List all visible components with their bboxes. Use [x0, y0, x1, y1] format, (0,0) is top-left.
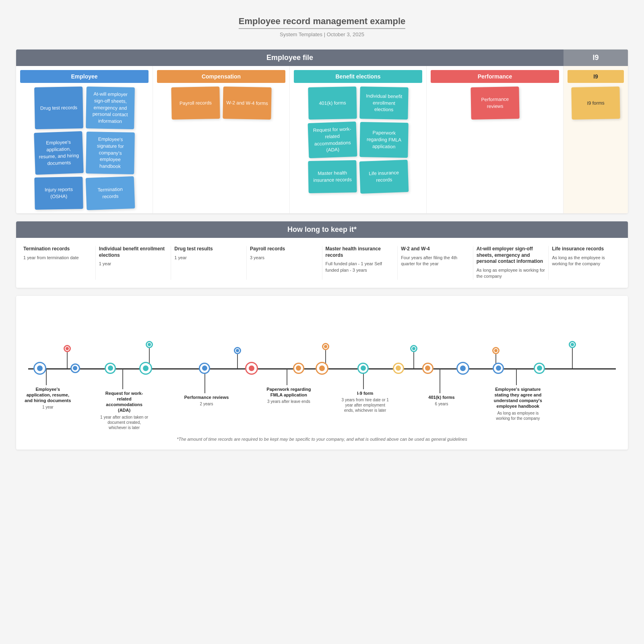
column-compensation: CompensationPayroll recordsW-2 and W-4 f… [153, 66, 290, 213]
how-long-item: At-will employer sign-off sheets, emerge… [473, 246, 549, 280]
how-long-item-detail: 1 year [174, 255, 243, 261]
sticky-note: Paperwork regarding FMLA application [359, 122, 409, 158]
sticky-note: Performance reviews [471, 87, 519, 120]
timeline-above-node [410, 345, 417, 368]
how-long-content: Termination records1 year from terminati… [16, 238, 628, 288]
timeline-below-stem [46, 369, 47, 385]
timeline-above-node [569, 341, 576, 368]
timeline-main-node [105, 363, 116, 374]
employee-file-header: Employee file [16, 50, 564, 66]
timeline-main-node [393, 363, 404, 374]
how-long-item-detail: Full funded plan - 1 year Self funded pl… [326, 261, 394, 273]
sticky-note: Payroll records [171, 87, 220, 120]
column-header-compensation: Compensation [157, 70, 285, 83]
timeline-main-node [316, 362, 328, 375]
sticky-note: Request for work-related accommodations … [308, 122, 357, 158]
timeline-main-node [534, 363, 545, 374]
timeline-main-node [33, 362, 46, 375]
employee-file-section: Employee file I9 EmployeeDrug test recor… [16, 50, 628, 213]
footnote: *The amount of time records are required… [28, 437, 616, 442]
sticky-note: At-will employer sign-off sheets, emerge… [86, 87, 135, 129]
column-benefit: Benefit elections401(k) formsIndividual … [290, 66, 427, 213]
sticky-area-i9: I9 forms [568, 87, 624, 119]
timeline-below-label: Employee's signature stating they agree … [494, 386, 542, 421]
timeline-main-node [199, 363, 210, 374]
timeline-above-node [234, 347, 241, 368]
column-employee: EmployeeDrug test recordsAt-will employe… [16, 66, 153, 213]
timeline-below-label: Request for work-related accommodations … [100, 390, 149, 430]
sticky-note: Life insurance records [359, 160, 409, 194]
how-long-item: Termination records1 year from terminati… [20, 246, 96, 280]
timeline-main-node [293, 363, 304, 374]
how-long-item-detail: 1 year from termination date [23, 255, 92, 261]
timeline-below-label: Employee's application, resume, and hiri… [24, 386, 72, 410]
page-title: Employee record management example [239, 16, 406, 29]
timeline-main-node [139, 362, 152, 375]
sticky-note-i9: I9 forms [571, 87, 620, 120]
timeline-below-label: 401(k) forms6 years [417, 394, 466, 407]
timeline-main-node [357, 363, 369, 374]
how-long-item-title: Drug test results [174, 246, 243, 252]
how-long-item-detail: Four years after filing the 4th quarter … [401, 255, 470, 267]
timeline-main-node [493, 363, 504, 374]
how-long-item-title: W-2 and W-4 [401, 246, 470, 252]
how-long-item-title: At-will employer sign-off sheets, emerge… [477, 246, 545, 265]
how-long-item: Life insurance recordsAs long as the emp… [549, 246, 624, 280]
timeline-below-label: I-9 form3 years from hire date or 1 year… [341, 390, 389, 413]
how-long-item: Individual benefit enrollment elections1… [96, 246, 171, 280]
timeline-main-node [456, 362, 469, 375]
sticky-area-benefit: 401(k) formsIndividual benefit enrollmen… [294, 87, 422, 193]
how-long-item: Drug test results1 year [171, 246, 247, 280]
column-header-i9: I9 [568, 70, 624, 83]
column-header-benefit: Benefit elections [294, 70, 422, 83]
sticky-note: Employee's signature for company's emplo… [86, 132, 135, 174]
sticky-area-performance: Performance reviews [431, 87, 559, 119]
column-header-performance: Performance [431, 70, 559, 83]
how-long-item: W-2 and W-4Four years after filing the 4… [398, 246, 473, 280]
sticky-note: W-2 and W-4 forms [223, 87, 271, 120]
timeline-below-stem [287, 369, 287, 385]
how-long-item: Payroll records3 years [247, 246, 322, 280]
how-long-item: Master health insurance recordsFull fund… [322, 246, 398, 280]
columns-row: EmployeeDrug test recordsAt-will employe… [16, 66, 628, 213]
timeline-below-label: Paperwork regarding FMLA application3 ye… [264, 386, 313, 405]
page-subtitle: System Templates | October 3, 2025 [16, 31, 628, 37]
how-long-item-detail: As long as the employee is working for t… [552, 255, 621, 267]
timeline-below-stem [440, 369, 440, 393]
sticky-note: Employee's application, resume, and hiri… [34, 131, 84, 175]
section-header-row: Employee file I9 [16, 50, 628, 66]
how-long-section: How long to keep it* Termination records… [16, 221, 628, 288]
sticky-note: 401(k) forms [308, 87, 357, 120]
sticky-note: Termination records [85, 176, 135, 210]
sticky-area-employee: Drug test recordsAt-will employer sign-o… [20, 87, 149, 209]
how-long-item-detail: 1 year [99, 261, 168, 267]
how-long-item-title: Life insurance records [552, 246, 621, 252]
how-long-item-title: Master health insurance records [326, 246, 394, 258]
timeline-below-stem [516, 369, 517, 385]
timeline-main-node [245, 362, 258, 375]
sticky-note: Individual benefit enrollment elections [359, 87, 408, 120]
timeline-main-node [70, 363, 80, 373]
timeline-above-node [64, 345, 71, 368]
timeline-wrapper: Employee's application, resume, and hiri… [28, 304, 616, 433]
column-performance: PerformancePerformance reviews [427, 66, 564, 213]
how-long-item-detail: 3 years [250, 255, 319, 261]
how-long-item-title: Termination records [23, 246, 92, 252]
how-long-header: How long to keep it* [16, 221, 628, 238]
column-header-employee: Employee [20, 70, 149, 83]
how-long-item-detail: As long as employee is working for the c… [477, 267, 545, 280]
how-long-item-title: Individual benefit enrollment elections [99, 246, 168, 258]
timeline-section: Employee's application, resume, and hiri… [16, 296, 628, 450]
timeline-below-label: Performance reviews2 years [182, 394, 231, 407]
i9-column: I9I9 forms [564, 66, 628, 213]
sticky-area-compensation: Payroll recordsW-2 and W-4 forms [157, 87, 285, 119]
page-title-wrapper: Employee record management example [16, 16, 628, 29]
sticky-note: Drug test records [34, 87, 83, 129]
how-long-item-title: Payroll records [250, 246, 319, 252]
sticky-note: Injury reports (OSHA) [34, 177, 83, 210]
sticky-note: Master health insurance records [308, 160, 357, 193]
timeline-main-node [422, 363, 433, 374]
timeline-below-stem [122, 369, 123, 389]
i9-header: I9 [564, 50, 628, 66]
